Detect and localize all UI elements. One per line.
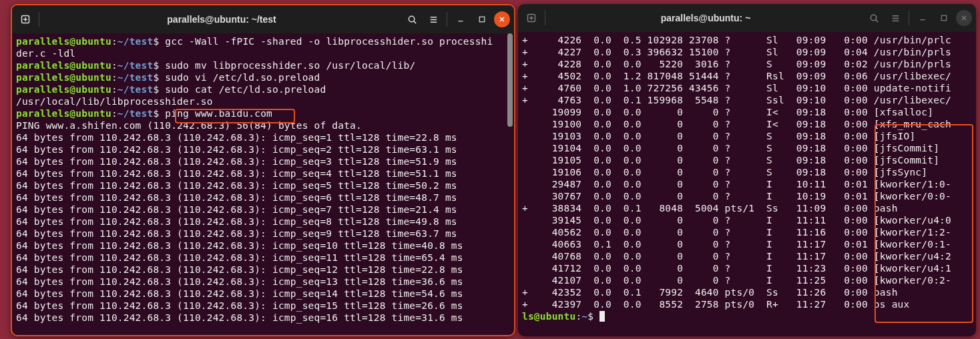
terminal-window-right[interactable]: parallels@ubuntu: ~ +: [518, 4, 976, 336]
cmd-line: parallels@ubuntu:~/test$ gcc -Wall -fPIC…: [16, 35, 510, 47]
svg-line-16: [875, 19, 877, 21]
ps-row: + 42397 0.0 0.0 8552 2758 pts/0 R+ 11:27…: [522, 298, 972, 310]
minimize-button[interactable]: [451, 10, 470, 29]
new-tab-button[interactable]: [16, 10, 35, 29]
ps-row: 39145 0.0 0.0 0 0 ? I 11:11 0:00 [kworke…: [522, 214, 972, 226]
ping-output-line: 64 bytes from 110.242.68.3 (110.242.68.3…: [16, 288, 510, 300]
svg-line-4: [413, 21, 415, 23]
titlebar-left[interactable]: parallels@ubuntu: ~/test: [12, 5, 514, 33]
search-button[interactable]: [865, 9, 883, 27]
window-title-right: parallels@ubuntu: ~: [549, 12, 862, 24]
cmd-line-wrap: der.c -ldl: [16, 47, 510, 59]
ps-row: 40768 0.0 0.0 0 0 ? I 11:17 0:00 [kworke…: [522, 250, 972, 262]
ping-output-line: 64 bytes from 110.242.68.3 (110.242.68.3…: [16, 143, 510, 155]
ping-output-line: 64 bytes from 110.242.68.3 (110.242.68.3…: [16, 300, 510, 312]
scrollbar-left[interactable]: [506, 33, 514, 335]
ping-output-line: 64 bytes from 110.242.68.3 (110.242.68.3…: [16, 155, 510, 167]
ps-row: 19099 0.0 0.0 0 0 ? I< 09:18 0:00 [xfsal…: [522, 106, 972, 118]
ping-output-line: 64 bytes from 110.242.68.3 (110.242.68.3…: [16, 264, 510, 276]
maximize-button[interactable]: [473, 10, 491, 29]
ps-row: 19100 0.0 0.0 0 0 ? I< 09:18 0:00 [xfs_m…: [522, 118, 972, 130]
cmd-line: parallels@ubuntu:~/test$ sudo vi /etc/ld…: [16, 71, 510, 83]
hamburger-menu-button[interactable]: [886, 9, 905, 27]
ping-output-line: 64 bytes from 110.242.68.3 (110.242.68.3…: [16, 276, 510, 288]
close-button[interactable]: [956, 10, 972, 26]
hamburger-menu-button[interactable]: [424, 10, 443, 29]
ping-output-line: 64 bytes from 110.242.68.3 (110.242.68.3…: [16, 192, 510, 204]
minimize-button[interactable]: [913, 9, 932, 27]
maximize-button[interactable]: [935, 9, 953, 27]
ping-output-line: 64 bytes from 110.242.68.3 (110.242.68.3…: [16, 228, 510, 240]
ps-row: 40663 0.1 0.0 0 0 ? I 11:17 0:01 [kworke…: [522, 238, 972, 250]
ps-row: + 4226 0.0 0.5 102928 23708 ? Sl 09:09 0…: [522, 34, 972, 46]
ping-output-line: 64 bytes from 110.242.68.3 (110.242.68.3…: [16, 204, 510, 216]
svg-rect-9: [479, 17, 485, 22]
svg-rect-21: [941, 15, 947, 21]
cursor: [599, 311, 605, 322]
ps-row: 42107 0.0 0.0 0 0 ? I 11:25 0:00 [kworke…: [522, 274, 972, 286]
ps-row: + 4502 0.0 1.2 817048 51444 ? Rsl 09:09 …: [522, 70, 972, 82]
output-line: PING www.a.shifen.com (110.242.68.3) 56(…: [16, 119, 510, 131]
ps-row: + 38834 0.0 0.1 8048 5004 pts/1 Ss 11:09…: [522, 202, 972, 214]
svg-point-3: [409, 16, 414, 21]
terminal-content-right[interactable]: + 4226 0.0 0.5 102928 23708 ? Sl 09:09 0…: [518, 32, 976, 324]
new-tab-button[interactable]: [522, 9, 541, 27]
terminal-content-left[interactable]: parallels@ubuntu:~/test$ gcc -Wall -fPIC…: [12, 33, 514, 326]
prompt-line: ls@ubuntu:~$: [522, 310, 972, 322]
output-line: /usr/local/lib/libprocesshider.so: [16, 95, 510, 107]
ps-row: + 42352 0.0 0.1 7992 4640 pts/0 Ss 11:26…: [522, 286, 972, 298]
search-button[interactable]: [403, 10, 421, 29]
close-button[interactable]: [494, 11, 510, 27]
ps-row: + 4763 0.0 0.1 159968 5548 ? Ssl 09:10 0…: [522, 94, 972, 106]
ping-output-line: 64 bytes from 110.242.68.3 (110.242.68.3…: [16, 180, 510, 192]
cmd-line: parallels@ubuntu:~/test$ sudo cat /etc/l…: [16, 83, 510, 95]
window-title-left: parallels@ubuntu: ~/test: [43, 13, 400, 25]
ping-output-line: 64 bytes from 110.242.68.3 (110.242.68.3…: [16, 240, 510, 252]
cmd-line: parallels@ubuntu:~/test$ sudo mv libproc…: [16, 59, 510, 71]
ping-output-line: 64 bytes from 110.242.68.3 (110.242.68.3…: [16, 216, 510, 228]
ping-output-line: 64 bytes from 110.242.68.3 (110.242.68.3…: [16, 131, 510, 143]
svg-point-15: [871, 15, 876, 20]
ps-row: 30767 0.0 0.0 0 0 ? I 10:19 0:01 [kworke…: [522, 190, 972, 202]
ps-row: 19104 0.0 0.0 0 0 ? S 09:18 0:00 [jfsCom…: [522, 142, 972, 154]
ps-row: 41712 0.0 0.0 0 0 ? I 11:23 0:00 [kworke…: [522, 262, 972, 274]
ps-row: 19106 0.0 0.0 0 0 ? S 09:18 0:00 [jfsSyn…: [522, 166, 972, 178]
ps-row: 19105 0.0 0.0 0 0 ? S 09:18 0:00 [jfsCom…: [522, 154, 972, 166]
ping-output-line: 64 bytes from 110.242.68.3 (110.242.68.3…: [16, 252, 510, 264]
ps-row: 40562 0.0 0.0 0 0 ? I 11:16 0:00 [kworke…: [522, 226, 972, 238]
titlebar-right[interactable]: parallels@ubuntu: ~: [518, 4, 976, 32]
ps-row: + 4227 0.0 0.3 396632 15100 ? Sl 09:09 0…: [522, 46, 972, 58]
ps-row: 19103 0.0 0.0 0 0 ? S 09:18 0:00 [jfsIO]: [522, 130, 972, 142]
ping-output-line: 64 bytes from 110.242.68.3 (110.242.68.3…: [16, 312, 510, 324]
ps-row: + 4228 0.0 0.0 5220 3016 ? S 09:09 0:02 …: [522, 58, 972, 70]
ps-row: + 4760 0.0 1.0 727256 43456 ? Sl 09:10 0…: [522, 82, 972, 94]
ping-output-line: 64 bytes from 110.242.68.3 (110.242.68.3…: [16, 167, 510, 180]
cmd-line: parallels@ubuntu:~/test$ ping www.baidu.…: [16, 107, 510, 119]
ps-row: 29487 0.0 0.0 0 0 ? I 10:11 0:01 [kworke…: [522, 178, 972, 190]
terminal-window-left[interactable]: parallels@ubuntu: ~/test: [11, 4, 515, 336]
desktop: parallels@ubuntu: ~/test: [0, 0, 980, 339]
